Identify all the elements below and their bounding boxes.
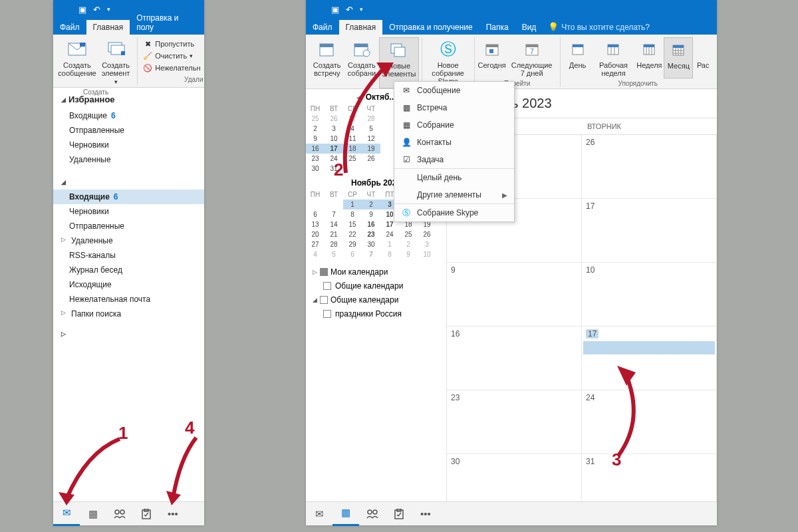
qat-more-icon[interactable]: ▾	[360, 6, 363, 13]
ribbon-group-arrange: День Рабочая неделя Неделя Месяц Рас Упо…	[561, 37, 716, 87]
new-skype-button[interactable]: ⓈНовое собрание Skype	[425, 37, 471, 86]
new-appointment-button[interactable]: Создать встречу	[310, 37, 344, 88]
month-button[interactable]: Месяц	[664, 37, 693, 78]
more-nav-icon[interactable]: •••	[160, 502, 186, 526]
more-nav-icon[interactable]: •••	[412, 502, 439, 526]
mailbox-header[interactable]: ◢	[53, 167, 204, 190]
people-nav-icon[interactable]	[106, 502, 133, 526]
tab-home[interactable]: Главная	[339, 20, 383, 35]
next7-button[interactable]: 7Следующие 7 дней	[507, 37, 557, 78]
calendar-nav-icon[interactable]: ▦	[80, 502, 106, 526]
junk-button[interactable]: 🚫Нежелательн	[142, 63, 201, 73]
mail-nav-icon[interactable]: ✉	[53, 502, 80, 526]
calendar-cell[interactable]: 16	[447, 327, 582, 390]
workweek-button[interactable]: Рабочая неделя	[593, 37, 635, 78]
calendar-cell[interactable]: 9	[447, 263, 582, 326]
menu-meeting[interactable]: ▦Собрание	[394, 116, 514, 134]
tab-view[interactable]: Вид	[515, 20, 543, 35]
shared-calendars-1[interactable]: Общие календари	[311, 279, 441, 293]
expand-icon: ▷	[61, 236, 66, 245]
holidays-russia[interactable]: праздники Россия	[311, 307, 441, 321]
mail-nav-icon[interactable]: ✉	[306, 502, 332, 526]
prev-month-icon[interactable]: ◀	[356, 94, 362, 101]
svg-rect-29	[644, 45, 654, 47]
menu-task[interactable]: ☑Задача	[394, 151, 514, 168]
checkbox-icon[interactable]	[323, 282, 331, 290]
tasks-nav-icon[interactable]	[386, 502, 412, 526]
svg-point-5	[115, 510, 119, 514]
tasks-nav-icon[interactable]	[133, 502, 160, 526]
mbx-junk[interactable]: Нежелательная почта	[53, 292, 204, 307]
menu-message[interactable]: ✉Сообщение	[394, 82, 514, 99]
tab-sendrecv[interactable]: Отправка и полу	[130, 11, 204, 35]
mbx-rss[interactable]: RSS-каналы	[53, 248, 204, 263]
new-meeting-button[interactable]: Создать собрани	[344, 37, 379, 88]
checkbox-icon[interactable]	[320, 296, 328, 304]
calendar-cell[interactable]: 17	[582, 199, 717, 262]
calendar-cell[interactable]: 17	[582, 327, 717, 390]
mail-icon: ✉	[401, 85, 412, 96]
my-calendars-header[interactable]: ▷Мои календари	[311, 265, 441, 279]
shared-calendars-2-header[interactable]: ◢Общие календари	[311, 293, 441, 307]
mailbox2-header[interactable]: ▷	[53, 321, 204, 341]
calendar-cell[interactable]: 24	[582, 390, 717, 454]
menu-allday[interactable]: Целый день	[394, 168, 514, 186]
bulb-icon: 💡	[548, 22, 559, 32]
fav-deleted[interactable]: Удаленные	[53, 152, 204, 167]
favorites-header[interactable]: ◢Избранное	[53, 90, 204, 108]
qat-more-icon[interactable]: ▾	[107, 6, 110, 13]
tab-home[interactable]: Главная	[86, 20, 130, 35]
mbx-inbox[interactable]: Входящие6	[53, 190, 204, 204]
contact-icon: 👤	[401, 137, 412, 148]
fav-drafts[interactable]: Черновики	[53, 138, 204, 152]
anno-4: 4	[185, 418, 194, 438]
menu-skype[interactable]: ⓈСобрание Skype	[394, 203, 514, 221]
undo-icon[interactable]: ↶	[346, 5, 353, 15]
mbx-journal[interactable]: Журнал бесед	[53, 263, 204, 277]
tab-sendrecv[interactable]: Отправка и получение	[382, 20, 479, 35]
calendar-cell[interactable]: 26	[582, 135, 717, 198]
mbx-deleted[interactable]: ▷Удаленные	[53, 233, 204, 248]
ribbon: Создать сообщение Создать элемент ▾ Созд…	[53, 35, 204, 88]
expand-icon: ▷	[61, 309, 66, 319]
svg-rect-20	[526, 45, 538, 47]
menu-contacts[interactable]: 👤Контакты	[394, 134, 514, 151]
calendar-window: ▣ ↶ ▾ Файл Главная Отправка и получение …	[306, 0, 717, 525]
calendar-cell[interactable]: 10	[582, 263, 717, 326]
svg-rect-12	[354, 44, 368, 47]
menu-appointment[interactable]: ▦Встреча	[394, 99, 514, 116]
skype-icon: Ⓢ	[438, 39, 459, 60]
calendar-list: ▷Мои календари Общие календари ◢Общие ка…	[306, 261, 446, 325]
new-item-button[interactable]: Создать элемент ▾	[97, 37, 134, 87]
tell-me[interactable]: 💡Что вы хотите сделать?	[543, 19, 655, 35]
svg-rect-18	[489, 49, 493, 53]
mbx-search[interactable]: ▷Папки поиска	[53, 307, 204, 321]
tab-file[interactable]: Файл	[53, 20, 86, 35]
mbx-sent[interactable]: Отправленные	[53, 219, 204, 233]
ribbon-tabs: Файл Главная Отправка и получение Папка …	[306, 19, 717, 35]
clean-button[interactable]: 🧹Очистить ▾	[142, 51, 201, 61]
folder-pane: ◢Избранное Входящие6 Отправленные Чернов…	[53, 88, 204, 344]
new-message-button[interactable]: Создать сообщение	[57, 37, 97, 87]
new-items-menu: ✉Сообщение ▦Встреча ▦Собрание 👤Контакты …	[394, 81, 515, 222]
checkbox-icon[interactable]	[320, 268, 328, 276]
today-button[interactable]: Сегодня	[477, 37, 507, 78]
checkbox-icon[interactable]	[323, 310, 331, 318]
mbx-drafts[interactable]: Черновики	[53, 204, 204, 219]
day-button[interactable]: День	[563, 37, 593, 78]
schedule-button[interactable]: Рас	[693, 37, 713, 78]
undo-icon[interactable]: ↶	[93, 5, 100, 15]
svg-point-6	[120, 510, 124, 514]
fav-inbox[interactable]: Входящие6	[53, 108, 204, 123]
week-button[interactable]: Неделя	[634, 37, 664, 78]
skip-button[interactable]: ✖Пропустить	[142, 39, 201, 49]
tab-folder[interactable]: Папка	[479, 20, 515, 35]
menu-other[interactable]: Другие элементы▶	[394, 186, 514, 203]
calendar-nav-icon[interactable]: ▦	[332, 502, 359, 526]
fav-sent[interactable]: Отправленные	[53, 123, 204, 138]
people-nav-icon[interactable]	[359, 502, 386, 526]
expand-icon: ▷	[61, 331, 66, 337]
calendar-cell[interactable]: 23	[447, 390, 582, 454]
tab-file[interactable]: Файл	[306, 20, 339, 35]
mbx-outbox[interactable]: Исходящие	[53, 277, 204, 292]
